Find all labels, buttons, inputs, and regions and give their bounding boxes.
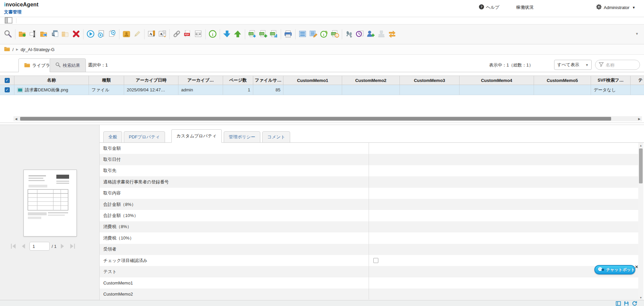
user-menu[interactable]: Administrator ▼ bbox=[596, 3, 635, 12]
toolbar-print-button[interactable] bbox=[283, 29, 293, 40]
column-header[interactable]: ページ数 bbox=[223, 76, 253, 85]
toolbar-rename-button[interactable] bbox=[28, 29, 39, 40]
toolbar-table-button[interactable] bbox=[297, 29, 308, 40]
table-cell[interactable] bbox=[631, 85, 644, 95]
breadcrumb-root[interactable]: / bbox=[12, 47, 14, 52]
toolbar-info-globe-button[interactable]: i bbox=[319, 29, 329, 40]
table-row[interactable]: ✓請求書DEMO画像.pngファイル2025/09/04 12:47…admin… bbox=[0, 85, 644, 95]
detail-tab-active[interactable]: カスタムプロパティ bbox=[171, 129, 222, 143]
column-header[interactable]: SVF検索フ… bbox=[591, 76, 631, 85]
property-value[interactable] bbox=[369, 277, 638, 289]
property-value[interactable] bbox=[369, 188, 638, 199]
toolbar-more-button[interactable]: ▼ bbox=[635, 32, 639, 36]
vertical-scrollbar[interactable]: ▲ ▼ bbox=[638, 143, 643, 300]
last-page-icon[interactable] bbox=[68, 242, 76, 250]
column-header[interactable]: CustomMemo4 bbox=[460, 76, 534, 85]
toolbar-form-fields-button[interactable] bbox=[193, 29, 204, 40]
toolbar-upload-button[interactable] bbox=[232, 29, 243, 40]
table-cell[interactable]: 85 bbox=[253, 85, 283, 95]
toolbar-csv-add-button[interactable]: CSV bbox=[258, 29, 268, 40]
toolbar-play-doc-button[interactable] bbox=[96, 29, 107, 40]
property-value[interactable] bbox=[369, 289, 638, 300]
checkbox-unchecked-icon[interactable] bbox=[373, 258, 378, 263]
scroll-up-icon[interactable]: ▲ bbox=[638, 143, 643, 148]
toolbar-csv-info-button[interactable]: CSVi bbox=[329, 29, 340, 40]
first-page-icon[interactable] bbox=[9, 242, 17, 250]
column-header[interactable]: 種類 bbox=[89, 76, 124, 85]
column-header[interactable]: CustomMemo5 bbox=[534, 76, 591, 85]
sync-icon[interactable] bbox=[632, 301, 637, 306]
property-value[interactable] bbox=[369, 255, 638, 266]
toolbar-text-note-button[interactable]: A bbox=[157, 29, 168, 40]
toolbar-csv-download-button[interactable]: CSV bbox=[247, 29, 258, 40]
property-value[interactable] bbox=[369, 176, 638, 187]
property-value[interactable] bbox=[369, 244, 638, 255]
hscroll-thumb[interactable] bbox=[20, 117, 611, 121]
toolbar-stamp-disabled-button[interactable] bbox=[376, 29, 387, 40]
table-cell[interactable]: データなし bbox=[591, 85, 631, 95]
toolbar-clock-doc-button[interactable] bbox=[355, 29, 365, 40]
scroll-down-icon[interactable]: ▼ bbox=[638, 295, 643, 300]
toolbar-play-docs-button[interactable] bbox=[107, 29, 117, 40]
toolbar-table-edit-button[interactable] bbox=[308, 29, 319, 40]
toolbar-lock-user-button[interactable] bbox=[121, 29, 132, 40]
toolbar-user-add-button[interactable] bbox=[365, 29, 376, 40]
table-cell[interactable] bbox=[283, 85, 342, 95]
document-name-cell[interactable]: 請求書DEMO画像.png bbox=[14, 85, 89, 95]
column-header[interactable]: CustomMemo1 bbox=[283, 76, 342, 85]
page-number-input[interactable] bbox=[30, 242, 50, 251]
property-value[interactable] bbox=[369, 143, 638, 154]
column-header[interactable]: 名称 bbox=[14, 76, 89, 85]
toolbar-download-button[interactable] bbox=[222, 29, 232, 40]
property-value[interactable] bbox=[369, 199, 638, 210]
table-cell[interactable]: ファイル bbox=[89, 85, 124, 95]
detail-tab-[interactable]: PDFプロパティ bbox=[124, 131, 165, 143]
toolbar-link-button[interactable] bbox=[171, 29, 182, 40]
table-cell[interactable] bbox=[534, 85, 591, 95]
column-header[interactable]: アーカイブ… bbox=[178, 76, 223, 85]
breadcrumb-folder[interactable]: djr_AI-Strategy-G bbox=[21, 47, 55, 52]
toolbar-info-button[interactable]: i bbox=[207, 29, 218, 40]
detail-tab-[interactable]: コメント bbox=[262, 131, 290, 143]
toolbar-footprints-button[interactable]: $ bbox=[344, 29, 355, 40]
toolbar-swap-button[interactable] bbox=[387, 29, 397, 40]
property-value[interactable] bbox=[369, 154, 638, 165]
table-cell[interactable] bbox=[342, 85, 400, 95]
scroll-left-icon[interactable]: ◀ bbox=[13, 116, 19, 121]
column-header[interactable]: CustomMemo3 bbox=[400, 76, 460, 85]
table-cell[interactable]: 1 bbox=[223, 85, 253, 95]
column-header[interactable]: CustomMemo2 bbox=[342, 76, 400, 85]
toolbar-text-edit-button[interactable]: A bbox=[146, 29, 157, 40]
toolbar-search-button[interactable] bbox=[3, 29, 13, 40]
toolbar-paste-disabled-button[interactable] bbox=[60, 29, 71, 40]
chatbot-button[interactable]: チャットボット bbox=[594, 265, 635, 274]
panel-toggle-button[interactable] bbox=[3, 17, 13, 24]
table-cell[interactable] bbox=[400, 85, 460, 95]
toolbar-move-doc-button[interactable] bbox=[49, 29, 60, 40]
property-value[interactable] bbox=[369, 165, 638, 176]
next-page-icon[interactable] bbox=[58, 242, 66, 250]
chatbot-close-icon[interactable]: ✕ bbox=[634, 264, 639, 269]
toolbar-pdf-button[interactable]: PDF bbox=[182, 29, 193, 40]
column-header[interactable]: テ bbox=[631, 76, 644, 85]
view-filter-select[interactable]: すべて表示 ▼ bbox=[554, 60, 592, 70]
toolbar-folder-move-button[interactable] bbox=[39, 29, 49, 40]
toolbar-delete-button[interactable] bbox=[71, 29, 82, 40]
property-value[interactable] bbox=[369, 210, 638, 221]
table-cell[interactable]: 2025/09/04 12:47… bbox=[124, 85, 178, 95]
table-cell[interactable] bbox=[460, 85, 534, 95]
document-thumbnail[interactable] bbox=[23, 170, 77, 236]
name-filter-input[interactable] bbox=[606, 62, 636, 68]
detail-tab-[interactable]: 全般 bbox=[103, 131, 122, 143]
vscroll-thumb[interactable] bbox=[639, 148, 643, 183]
scroll-right-icon[interactable]: ▶ bbox=[637, 116, 642, 121]
detail-tab-[interactable]: 管理ポリシー bbox=[224, 131, 260, 143]
prev-page-icon[interactable] bbox=[19, 242, 28, 250]
property-value[interactable] bbox=[369, 232, 638, 244]
column-header[interactable]: ファイルサ… bbox=[253, 76, 283, 85]
panel-view-icon[interactable] bbox=[615, 301, 621, 306]
toolbar-play-button[interactable] bbox=[85, 29, 96, 40]
toolbar-edit-disabled-button[interactable] bbox=[132, 29, 143, 40]
tab-search-results[interactable]: 検索結果 bbox=[50, 58, 86, 72]
toolbar-folder-add-button[interactable] bbox=[17, 29, 28, 40]
